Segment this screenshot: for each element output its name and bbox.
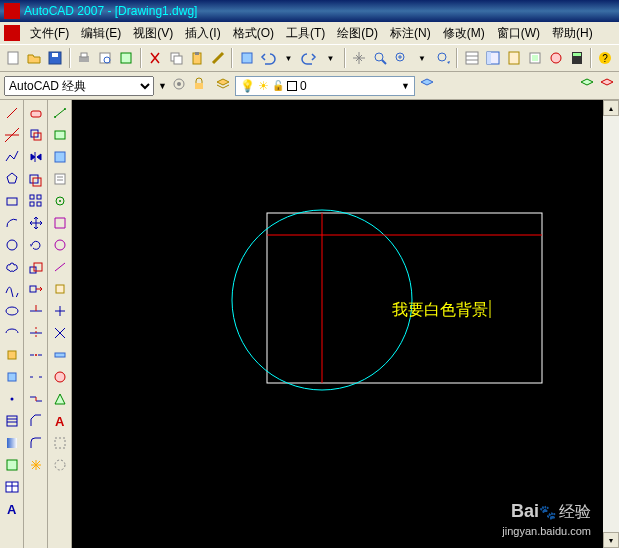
undo-button[interactable] bbox=[258, 47, 277, 69]
open-button[interactable] bbox=[25, 47, 44, 69]
stretch-tool[interactable] bbox=[26, 279, 46, 299]
zoom-realtime-button[interactable] bbox=[371, 47, 390, 69]
t11[interactable] bbox=[50, 323, 70, 343]
offset-tool[interactable] bbox=[26, 169, 46, 189]
menu-file[interactable]: 文件(F) bbox=[24, 23, 75, 44]
layer-states-button[interactable] bbox=[579, 76, 595, 96]
t14[interactable] bbox=[50, 389, 70, 409]
polygon-tool[interactable] bbox=[2, 169, 22, 189]
redo-button[interactable] bbox=[300, 47, 319, 69]
list-tool[interactable] bbox=[50, 169, 70, 189]
polyline-tool[interactable] bbox=[2, 147, 22, 167]
t15[interactable]: A bbox=[50, 411, 70, 431]
menu-insert[interactable]: 插入(I) bbox=[179, 23, 226, 44]
fillet-tool[interactable] bbox=[26, 433, 46, 453]
move-tool[interactable] bbox=[26, 213, 46, 233]
vertical-scrollbar[interactable]: ▴ ▾ bbox=[603, 100, 619, 548]
scroll-down-button[interactable]: ▾ bbox=[603, 532, 619, 548]
menu-tools[interactable]: 工具(T) bbox=[280, 23, 331, 44]
scale-tool[interactable] bbox=[26, 257, 46, 277]
sheet-set-button[interactable] bbox=[525, 47, 544, 69]
help-button[interactable]: ? bbox=[596, 47, 615, 69]
ellipse-tool[interactable] bbox=[2, 301, 22, 321]
t8[interactable] bbox=[50, 257, 70, 277]
gradient-tool[interactable] bbox=[2, 433, 22, 453]
t16[interactable] bbox=[50, 433, 70, 453]
design-center-button[interactable] bbox=[483, 47, 502, 69]
t12[interactable] bbox=[50, 345, 70, 365]
publish-button[interactable] bbox=[117, 47, 136, 69]
point-tool[interactable] bbox=[2, 389, 22, 409]
id-point-tool[interactable] bbox=[50, 191, 70, 211]
table-tool[interactable] bbox=[2, 477, 22, 497]
markup-button[interactable] bbox=[546, 47, 565, 69]
layer-dropdown[interactable]: 💡 ☀ 🔓 0 ▼ bbox=[235, 76, 415, 96]
join-tool[interactable] bbox=[26, 389, 46, 409]
zoom-previous-button[interactable] bbox=[434, 47, 453, 69]
quickcalc-button[interactable] bbox=[567, 47, 586, 69]
copy-button[interactable] bbox=[166, 47, 185, 69]
arc-tool[interactable] bbox=[2, 213, 22, 233]
array-tool[interactable] bbox=[26, 191, 46, 211]
layer-properties-button[interactable] bbox=[215, 76, 231, 96]
rectangle-tool[interactable] bbox=[2, 191, 22, 211]
paste-button[interactable] bbox=[187, 47, 206, 69]
t17[interactable] bbox=[50, 455, 70, 475]
construction-line-tool[interactable] bbox=[2, 125, 22, 145]
extend-tool[interactable] bbox=[26, 323, 46, 343]
menu-view[interactable]: 视图(V) bbox=[127, 23, 179, 44]
make-block-tool[interactable] bbox=[2, 367, 22, 387]
menu-help[interactable]: 帮助(H) bbox=[546, 23, 599, 44]
circle-tool[interactable] bbox=[2, 235, 22, 255]
redo-dropdown[interactable]: ▼ bbox=[321, 47, 340, 69]
workspace-settings-button[interactable] bbox=[171, 76, 187, 96]
rotate-tool[interactable] bbox=[26, 235, 46, 255]
mtext-tool[interactable]: A bbox=[2, 499, 22, 519]
area-tool[interactable] bbox=[50, 125, 70, 145]
block-editor-button[interactable] bbox=[237, 47, 256, 69]
print-button[interactable] bbox=[75, 47, 94, 69]
menu-modify[interactable]: 修改(M) bbox=[437, 23, 491, 44]
drawing-canvas[interactable]: 我要白色背景 Bai🐾 经验 jingyan.baidu.com bbox=[72, 100, 603, 548]
t13[interactable] bbox=[50, 367, 70, 387]
pan-button[interactable] bbox=[350, 47, 369, 69]
distance-tool[interactable] bbox=[50, 103, 70, 123]
zoom-window-button[interactable] bbox=[392, 47, 411, 69]
menu-format[interactable]: 格式(O) bbox=[227, 23, 280, 44]
undo-dropdown[interactable]: ▼ bbox=[279, 47, 298, 69]
line-tool[interactable] bbox=[2, 103, 22, 123]
new-button[interactable] bbox=[4, 47, 23, 69]
t10[interactable] bbox=[50, 301, 70, 321]
save-button[interactable] bbox=[46, 47, 65, 69]
scroll-track[interactable] bbox=[603, 116, 619, 532]
menu-edit[interactable]: 编辑(E) bbox=[75, 23, 127, 44]
revision-cloud-tool[interactable] bbox=[2, 257, 22, 277]
zoom-dropdown[interactable]: ▼ bbox=[413, 47, 432, 69]
properties-button[interactable] bbox=[462, 47, 481, 69]
print-preview-button[interactable] bbox=[96, 47, 115, 69]
break-at-point-tool[interactable] bbox=[26, 345, 46, 365]
chamfer-tool[interactable] bbox=[26, 411, 46, 431]
menu-draw[interactable]: 绘图(D) bbox=[331, 23, 384, 44]
t7[interactable] bbox=[50, 235, 70, 255]
workspace-select[interactable]: AutoCAD 经典 bbox=[4, 76, 154, 96]
trim-tool[interactable] bbox=[26, 301, 46, 321]
workspace-lock-button[interactable] bbox=[191, 76, 207, 96]
scroll-up-button[interactable]: ▴ bbox=[603, 100, 619, 116]
layer-previous-button[interactable] bbox=[419, 76, 435, 96]
copy-tool[interactable] bbox=[26, 125, 46, 145]
spline-tool[interactable] bbox=[2, 279, 22, 299]
region-mass-tool[interactable] bbox=[50, 147, 70, 167]
region-tool[interactable] bbox=[2, 455, 22, 475]
erase-tool[interactable] bbox=[26, 103, 46, 123]
match-props-button[interactable] bbox=[208, 47, 227, 69]
mirror-tool[interactable] bbox=[26, 147, 46, 167]
cut-button[interactable] bbox=[146, 47, 165, 69]
tool-palettes-button[interactable] bbox=[504, 47, 523, 69]
t6[interactable] bbox=[50, 213, 70, 233]
break-tool[interactable] bbox=[26, 367, 46, 387]
explode-tool[interactable] bbox=[26, 455, 46, 475]
hatch-tool[interactable] bbox=[2, 411, 22, 431]
layer-iso-button[interactable] bbox=[599, 76, 615, 96]
menu-dimension[interactable]: 标注(N) bbox=[384, 23, 437, 44]
